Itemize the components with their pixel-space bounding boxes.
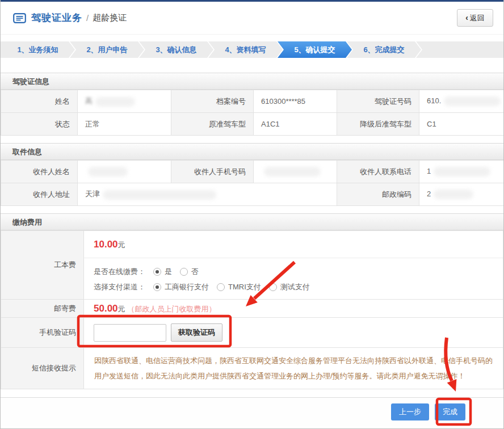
- field-value-name: 高: [78, 90, 171, 113]
- breadcrumb-separator: /: [86, 13, 89, 23]
- field-label-file-number: 档案编号: [171, 90, 254, 113]
- field-value-recipient-name: [78, 161, 171, 183]
- radio-icon: [153, 268, 161, 276]
- section-payment: 缴纳费用 工本费 10.00元 是否在线缴费： 是 否: [1, 213, 503, 389]
- table-row: 姓名 高 档案编号 610300****85 驾驶证号码 610.: [1, 90, 504, 113]
- step-2-user-declaration[interactable]: 2、用户申告: [70, 41, 144, 58]
- field-label-recipient-name: 收件人姓名: [1, 161, 78, 183]
- field-label-original-class: 原准驾车型: [171, 113, 254, 136]
- field-label-status: 状态: [1, 113, 78, 136]
- step-3-confirm-info[interactable]: 3、确认信息: [139, 41, 213, 58]
- section-title-pickup: 取件信息: [1, 143, 503, 160]
- back-button[interactable]: ‹返回: [457, 9, 493, 27]
- field-value-status: 正常: [78, 113, 171, 136]
- table-row: 工本费 10.00元 是否在线缴费： 是 否 选择支付渠道： 工商银行支付: [1, 231, 503, 300]
- post-fee-note: （邮政人员上门收取费用）: [128, 305, 216, 313]
- field-label-license-number: 驾驶证号码: [337, 90, 419, 113]
- field-label-name: 姓名: [1, 90, 78, 113]
- field-value-recipient-phone: 1: [419, 161, 504, 183]
- field-label-post-fee: 邮寄费: [1, 300, 84, 318]
- online-pay-question: 是否在线缴费：: [94, 267, 145, 277]
- captcha-content: 获取验证码: [84, 318, 503, 348]
- page-header: 驾驶证业务 / 超龄换证 ‹返回: [1, 2, 503, 35]
- radio-icon: [153, 283, 161, 291]
- field-label-work-fee: 工本费: [1, 231, 84, 300]
- table-row: 收件人地址 天津 邮政编码 2: [1, 183, 504, 206]
- step-5-confirm-submit[interactable]: 5、确认提交: [278, 41, 352, 58]
- step-6-finish-submit[interactable]: 6、完成提交: [347, 41, 421, 58]
- license-info-table: 姓名 高 档案编号 610300****85 驾驶证号码 610. 状态 正常 …: [1, 90, 504, 136]
- redaction-smudge: [434, 167, 490, 176]
- step-4-fill-data[interactable]: 4、资料填写: [208, 41, 283, 58]
- radio-channel-test[interactable]: 测试支付: [269, 282, 310, 292]
- footer-action-bar: 上一步 完成: [1, 397, 503, 426]
- redaction-smudge: [444, 96, 501, 106]
- post-fee-unit: 元: [118, 305, 125, 313]
- field-value-file-number: 610300****85: [254, 90, 337, 113]
- table-row: 收件人姓名 收件人手机号码 收件人联系电话 1: [1, 161, 504, 183]
- table-row: 手机验证码 获取验证码: [1, 318, 503, 348]
- step-wizard: 1、业务须知 2、用户申告 3、确认信息 4、资料填写 5、确认提交 6、完成提…: [1, 41, 503, 58]
- pickup-info-table: 收件人姓名 收件人手机号码 收件人联系电话 1 收件人地址 天津 邮政编码 2: [1, 160, 504, 206]
- table-row: 邮寄费 50.00元（邮政人员上门收取费用）: [1, 300, 503, 318]
- work-fee-amount-value: 10.00: [94, 239, 118, 250]
- work-fee-amount: 10.00元: [84, 231, 503, 258]
- field-value-original-class: A1C1: [254, 113, 337, 136]
- breadcrumb-current: 超龄换证: [93, 12, 127, 23]
- field-value-recipient-mobile: [254, 161, 337, 183]
- back-button-label: 返回: [470, 14, 485, 22]
- field-label-downgraded-class: 降级后准驾车型: [337, 113, 419, 136]
- field-label-captcha: 手机验证码: [1, 318, 84, 348]
- radio-label: TMRI支付: [228, 282, 261, 292]
- radio-label: 否: [191, 267, 199, 277]
- field-value-recipient-address: 天津: [78, 183, 337, 206]
- online-pay-question-row: 是否在线缴费： 是 否: [94, 267, 493, 277]
- section-title-license: 驾驶证信息: [1, 73, 503, 90]
- field-value-postal-code: 2: [419, 183, 504, 206]
- field-label-recipient-mobile: 收件人手机号码: [171, 161, 254, 183]
- radio-channel-icbc[interactable]: 工商银行支付: [153, 282, 209, 292]
- step-bar-filler: [416, 41, 503, 58]
- payment-table: 工本费 10.00元 是否在线缴费： 是 否 选择支付渠道： 工商银行支付: [1, 230, 503, 389]
- table-row: 短信接收提示 因陕西省联通、电信运营商技术问题，陕西省互联网交通安全综合服务管理…: [1, 348, 503, 389]
- field-label-postal-code: 邮政编码: [337, 183, 419, 206]
- table-row: 状态 正常 原准驾车型 A1C1 降级后准驾车型 C1: [1, 113, 504, 136]
- section-title-payment: 缴纳费用: [1, 213, 503, 230]
- finish-button[interactable]: 完成: [435, 403, 465, 420]
- section-pickup-info: 取件信息 收件人姓名 收件人手机号码 收件人联系电话 1 收件人地址 天津 邮政…: [1, 143, 503, 206]
- radio-icon: [269, 283, 277, 291]
- step-1-business-notice[interactable]: 1、业务须知: [1, 41, 75, 58]
- radio-online-yes[interactable]: 是: [153, 267, 172, 277]
- pay-channel-question-row: 选择支付渠道： 工商银行支付 TMRI支付 测试支付: [94, 282, 493, 292]
- captcha-input[interactable]: [94, 324, 166, 342]
- redaction-smudge: [434, 190, 473, 199]
- post-fee-amount-value: 50.00: [94, 303, 118, 314]
- section-license-info: 驾驶证信息 姓名 高 档案编号 610300****85 驾驶证号码 610. …: [1, 73, 503, 136]
- redaction-smudge: [95, 97, 135, 107]
- post-fee-content: 50.00元（邮政人员上门收取费用）: [84, 300, 503, 318]
- pay-channel-question: 选择支付渠道：: [94, 282, 145, 292]
- work-fee-unit: 元: [118, 241, 125, 249]
- radio-label: 测试支付: [280, 282, 310, 292]
- sms-notice-content: 因陕西省联通、电信运营商技术问题，陕西省互联网交通安全综合服务管理平台无法向持陕…: [84, 348, 503, 389]
- radio-label: 是: [165, 267, 172, 277]
- field-value-license-number: 610.: [419, 90, 504, 113]
- radio-icon: [180, 268, 188, 276]
- work-fee-content: 10.00元 是否在线缴费： 是 否 选择支付渠道： 工商银行支付 TMRI支付: [84, 231, 503, 300]
- radio-online-no[interactable]: 否: [180, 267, 199, 277]
- sms-notice-text: 因陕西省联通、电信运营商技术问题，陕西省互联网交通安全综合服务管理平台无法向持陕…: [84, 348, 503, 389]
- field-label-sms-notice: 短信接收提示: [1, 348, 84, 389]
- previous-step-button[interactable]: 上一步: [391, 403, 429, 420]
- field-label-recipient-address: 收件人地址: [1, 183, 78, 206]
- field-label-recipient-phone: 收件人联系电话: [337, 161, 419, 183]
- radio-icon: [217, 283, 225, 291]
- field-value-downgraded-class: C1: [419, 113, 504, 136]
- redaction-smudge: [103, 190, 216, 200]
- payment-options: 是否在线缴费： 是 否 选择支付渠道： 工商银行支付 TMRI支付 测试支付: [84, 258, 503, 299]
- redaction-smudge: [264, 167, 321, 176]
- radio-channel-tmri[interactable]: TMRI支付: [217, 282, 261, 292]
- back-chevron-icon: ‹: [465, 13, 468, 22]
- page: 驾驶证业务 / 超龄换证 ‹返回 1、业务须知 2、用户申告 3、确认信息 4、…: [0, 0, 504, 429]
- get-verification-code-button[interactable]: 获取验证码: [171, 323, 222, 342]
- page-title: 驾驶证业务: [31, 11, 82, 24]
